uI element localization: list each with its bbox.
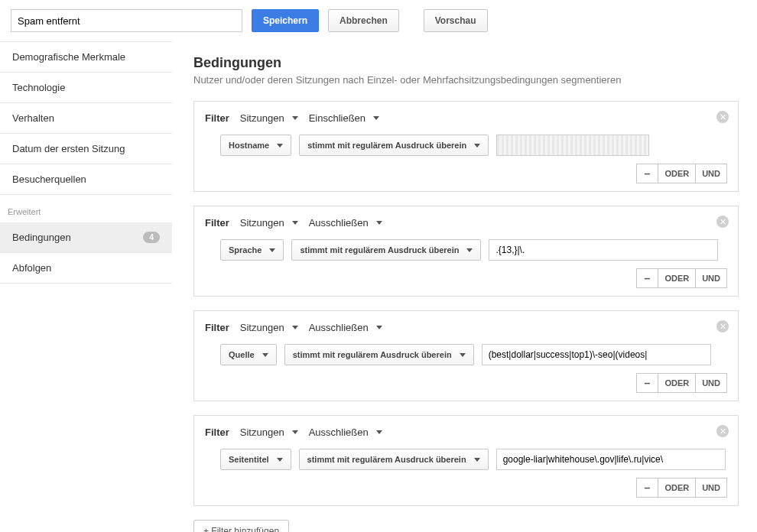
sidebar-item-label: Demografische Merkmale [12, 51, 125, 63]
chevron-down-icon [373, 116, 379, 120]
page-title: Bedingungen [193, 55, 739, 71]
remove-condition-button[interactable]: – [636, 164, 659, 183]
and-button[interactable]: UND [695, 373, 727, 393]
or-button[interactable]: ODER [658, 164, 696, 183]
chevron-down-icon [292, 221, 298, 225]
chevron-down-icon [474, 458, 480, 462]
scope-dropdown[interactable]: Sitzungen [240, 112, 298, 124]
segment-name-input[interactable] [11, 9, 242, 32]
filter-value-input[interactable] [496, 449, 726, 470]
remove-filter-icon[interactable]: ✕ [716, 216, 729, 228]
filter-box: ✕ Filter Sitzungen Ausschließen Sprache … [193, 206, 739, 297]
sidebar-heading-advanced: Erweitert [0, 195, 172, 222]
chevron-down-icon [460, 353, 466, 357]
remove-filter-icon[interactable]: ✕ [716, 320, 729, 332]
dimension-dropdown[interactable]: Quelle [220, 344, 277, 365]
sidebar-item-label: Abfolgen [12, 262, 51, 274]
dimension-dropdown[interactable]: Sprache [220, 239, 284, 261]
sidebar-item-demographics[interactable]: Demografische Merkmale [0, 41, 172, 73]
chevron-down-icon [292, 430, 298, 434]
or-button[interactable]: ODER [658, 478, 696, 498]
sidebar-item-label: Technologie [12, 82, 65, 93]
cancel-button[interactable]: Abbrechen [328, 9, 399, 32]
filter-box: ✕ Filter Sitzungen Ausschließen Quelle s… [193, 310, 739, 401]
sidebar-item-sequences[interactable]: Abfolgen [0, 253, 172, 284]
and-button[interactable]: UND [695, 268, 727, 288]
or-button[interactable]: ODER [658, 373, 696, 393]
chevron-down-icon [376, 430, 382, 434]
filter-value-input[interactable] [496, 135, 649, 156]
filter-box: ✕ Filter Sitzungen Ausschließen Seitenti… [193, 415, 739, 506]
page-subtitle: Nutzer und/oder deren Sitzungen nach Ein… [193, 74, 739, 86]
filter-label: Filter [205, 217, 229, 229]
dimension-dropdown[interactable]: Hostname [220, 135, 291, 156]
filter-label: Filter [205, 112, 229, 124]
chevron-down-icon [292, 326, 298, 329]
remove-condition-button[interactable]: – [636, 373, 659, 393]
chevron-down-icon [262, 353, 268, 357]
sidebar-item-behavior[interactable]: Verhalten [0, 103, 172, 134]
and-button[interactable]: UND [695, 164, 727, 183]
filter-value-input[interactable] [489, 239, 718, 261]
filter-box: ✕ Filter Sitzungen Einschließen Hostname… [193, 101, 739, 192]
add-filter-button[interactable]: + Filter hinzufügen [193, 520, 289, 532]
or-button[interactable]: ODER [658, 268, 696, 288]
filter-label: Filter [205, 322, 229, 333]
sidebar: Demografische Merkmale Technologie Verha… [0, 41, 172, 532]
remove-filter-icon[interactable]: ✕ [716, 111, 729, 123]
sidebar-item-first-session-date[interactable]: Datum der ersten Sitzung [0, 134, 172, 164]
chevron-down-icon [269, 248, 275, 252]
sidebar-item-conditions[interactable]: Bedingungen 4 [0, 222, 172, 253]
match-type-dropdown[interactable]: stimmt mit regulärem Ausdruck überein [291, 239, 481, 261]
scope-dropdown[interactable]: Sitzungen [240, 322, 298, 333]
sidebar-item-label: Besucherquellen [12, 174, 86, 185]
remove-filter-icon[interactable]: ✕ [716, 425, 729, 437]
mode-dropdown[interactable]: Ausschließen [309, 322, 382, 333]
match-type-dropdown[interactable]: stimmt mit regulärem Ausdruck überein [299, 449, 489, 470]
chevron-down-icon [277, 458, 283, 462]
remove-condition-button[interactable]: – [636, 478, 659, 498]
chevron-down-icon [466, 248, 473, 252]
sidebar-item-label: Bedingungen [12, 232, 71, 243]
chevron-down-icon [376, 326, 382, 329]
filter-value-input[interactable] [482, 344, 711, 365]
mode-dropdown[interactable]: Ausschließen [309, 217, 382, 229]
conditions-count-badge: 4 [143, 232, 160, 243]
sidebar-item-label: Datum der ersten Sitzung [12, 143, 125, 154]
save-button[interactable]: Speichern [252, 9, 319, 32]
chevron-down-icon [376, 221, 382, 225]
scope-dropdown[interactable]: Sitzungen [240, 217, 298, 229]
dimension-dropdown[interactable]: Seitentitel [220, 449, 291, 470]
match-type-dropdown[interactable]: stimmt mit regulärem Ausdruck überein [284, 344, 474, 365]
match-type-dropdown[interactable]: stimmt mit regulärem Ausdruck überein [299, 135, 489, 156]
scope-dropdown[interactable]: Sitzungen [240, 427, 298, 438]
mode-dropdown[interactable]: Einschließen [309, 112, 379, 124]
and-button[interactable]: UND [695, 478, 727, 498]
mode-dropdown[interactable]: Ausschließen [309, 427, 382, 438]
remove-condition-button[interactable]: – [636, 268, 659, 288]
chevron-down-icon [277, 144, 283, 148]
filter-label: Filter [205, 427, 229, 438]
chevron-down-icon [292, 116, 298, 120]
sidebar-item-label: Verhalten [12, 112, 54, 124]
preview-button[interactable]: Vorschau [424, 9, 488, 32]
sidebar-item-technology[interactable]: Technologie [0, 73, 172, 103]
sidebar-item-traffic-sources[interactable]: Besucherquellen [0, 164, 172, 195]
chevron-down-icon [474, 144, 480, 148]
